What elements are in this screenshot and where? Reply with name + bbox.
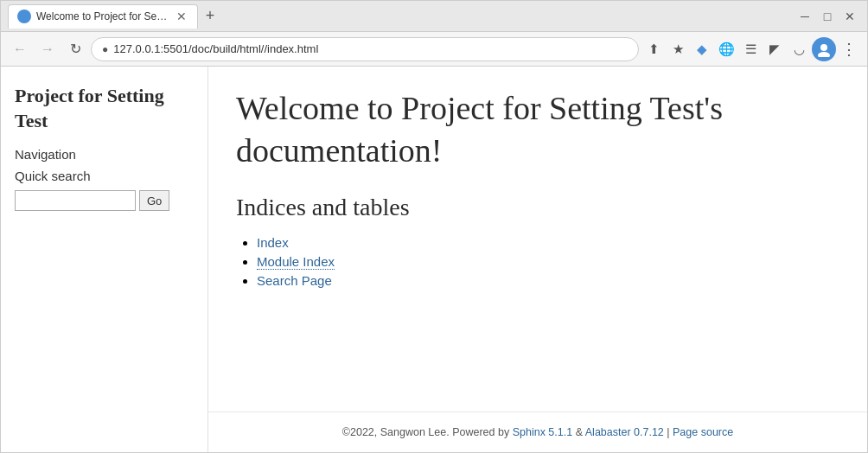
index-links-list: Index Module Index Search Page: [236, 235, 839, 289]
bookmark-icon[interactable]: ★: [667, 38, 689, 61]
tab-title: Welcome to Project for Setting: [36, 10, 169, 22]
sidebar-search-label: Quick search: [15, 169, 194, 183]
search-input[interactable]: [15, 190, 136, 211]
sidebar-navigation-label: Navigation: [15, 147, 194, 162]
sidebar: Project for Setting Test Navigation Quic…: [1, 67, 208, 452]
chrome-menu-button[interactable]: ⋮: [838, 38, 860, 61]
reader-icon[interactable]: ☰: [739, 38, 762, 61]
maximize-button[interactable]: □: [817, 6, 838, 27]
section-title: Indices and tables: [236, 194, 839, 221]
sidebar-project-title: Project for Setting Test: [15, 84, 194, 133]
tab-favicon: [17, 10, 31, 23]
svg-point-1: [820, 44, 827, 51]
new-tab-button[interactable]: +: [198, 4, 222, 29]
list-item: Search Page: [257, 273, 839, 289]
tab-close-button[interactable]: ✕: [175, 10, 188, 23]
translate-icon[interactable]: 🌐: [715, 38, 737, 61]
footer-copyright: ©2022, Sangwon Lee.: [342, 426, 450, 438]
main-content: Welcome to Project for Setting Test's do…: [208, 67, 867, 412]
search-page-link[interactable]: Search Page: [257, 273, 332, 288]
security-icon: ●: [102, 43, 108, 55]
footer-powered-by: Powered by: [452, 426, 509, 438]
module-index-link[interactable]: Module Index: [257, 254, 335, 270]
page-source-link[interactable]: Page source: [673, 426, 733, 438]
go-button[interactable]: Go: [139, 190, 169, 211]
page-footer: ©2022, Sangwon Lee. Powered by Sphinx 5.…: [208, 412, 867, 452]
url-text: 127.0.0.1:5501/doc/build/html//index.htm…: [113, 42, 628, 55]
minimize-button[interactable]: ─: [795, 6, 815, 27]
refresh-button[interactable]: ↻: [63, 37, 87, 61]
svg-point-0: [20, 12, 29, 21]
search-row: Go: [15, 190, 194, 211]
split-icon[interactable]: ◤: [763, 38, 786, 61]
url-bar[interactable]: ● 127.0.0.1:5501/doc/build/html//index.h…: [91, 37, 639, 61]
extensions-puzzle-icon[interactable]: ◡: [788, 38, 810, 61]
browser-tab[interactable]: Welcome to Project for Setting ✕: [8, 4, 198, 29]
footer-ampersand: &: [576, 426, 585, 438]
list-item: Index: [257, 235, 839, 251]
back-button[interactable]: ←: [8, 37, 32, 61]
forward-button[interactable]: →: [35, 37, 60, 61]
sphinx-link[interactable]: Sphinx 5.1.1: [513, 426, 573, 438]
extension-icon[interactable]: ◆: [691, 38, 713, 61]
svg-point-2: [818, 52, 830, 57]
page-title: Welcome to Project for Setting Test's do…: [236, 87, 839, 173]
close-button[interactable]: ✕: [839, 6, 860, 27]
index-link[interactable]: Index: [257, 235, 289, 250]
share-icon[interactable]: ⬆: [642, 38, 665, 61]
profile-button[interactable]: [812, 37, 836, 61]
list-item: Module Index: [257, 254, 839, 270]
alabaster-link[interactable]: Alabaster 0.7.12: [585, 426, 664, 438]
